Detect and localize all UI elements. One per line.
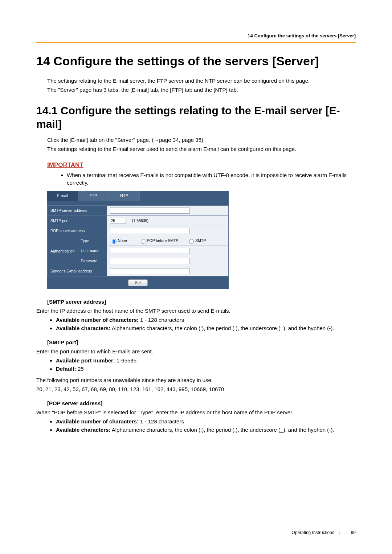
label-smtp-port: SMTP port	[48, 216, 107, 226]
tab-ntp[interactable]: NTP	[109, 191, 140, 201]
radio-none[interactable]	[112, 239, 117, 244]
smtp-addr-b2-rest: Alphanumeric characters, the colon (:), …	[110, 325, 334, 331]
password-input[interactable]	[110, 258, 190, 264]
sender-address-input[interactable]	[110, 268, 190, 274]
label-auth-type: Type	[78, 236, 107, 246]
smtp-port-followup-1: The following port numbers are unavailab…	[36, 376, 356, 384]
smtp-addr-b1-rest: 1 - 128 characters	[139, 317, 184, 323]
radio-smtp-label[interactable]: SMTP	[187, 238, 206, 243]
chapter-title: 14 Configure the settings of the servers…	[36, 53, 356, 69]
smtp-port-b1-rest: 1-65535	[115, 357, 136, 364]
smtp-port-b2-rest: 25	[76, 366, 84, 372]
cell-username	[107, 246, 228, 256]
smtp-addr-bullet-2: Available characters: Alphanumeric chara…	[56, 324, 356, 332]
config-screenshot: E-mail FTP NTP SMTP server address SMTP …	[47, 191, 229, 289]
running-header: 14 Configure the settings of the servers…	[36, 33, 356, 43]
radio-none-label[interactable]: None	[110, 238, 127, 243]
pop-addr-b2-label: Available characters:	[56, 427, 110, 433]
cell-pop-address	[107, 226, 228, 236]
footer-separator	[339, 531, 339, 535]
set-button-row: Set	[47, 276, 229, 289]
smtp-address-input[interactable]	[110, 208, 190, 214]
footer-label: Operating Instructions	[292, 530, 334, 535]
cell-smtp-address	[107, 205, 228, 216]
tab-filler	[140, 191, 229, 201]
list-smtp-address: Available number of characters: 1 - 128 …	[36, 316, 356, 332]
cell-sender-address	[107, 266, 228, 276]
label-sender-address: Sender's E-mail address	[48, 266, 107, 276]
cell-password	[107, 256, 228, 266]
pop-addr-b1-rest: 1 - 128 characters	[139, 418, 184, 424]
important-label: IMPORTANT	[47, 161, 356, 169]
footer-page-number: 99	[351, 530, 356, 535]
set-button[interactable]: Set	[128, 279, 148, 286]
running-head-text: 14 Configure the settings of the servers…	[248, 33, 356, 38]
smtp-port-bullet-2: Default: 25	[56, 365, 356, 373]
label-pop-address: POP server address	[48, 226, 107, 236]
radio-smtp-text: SMTP	[195, 238, 206, 243]
section-title: 14.1 Configure the settings relating to …	[36, 104, 356, 131]
desc-pop-address: When "POP before SMTP" is selected for "…	[36, 409, 356, 416]
radio-pop-label[interactable]: POP before SMTP	[139, 238, 179, 243]
smtp-port-range: (1-65535)	[132, 218, 148, 223]
radio-none-text: None	[118, 238, 127, 243]
config-form-table: SMTP server address SMTP port (1-65535) …	[47, 205, 229, 276]
intro-line-1: The settings relating to the E-mail serv…	[47, 77, 356, 85]
radio-pop[interactable]	[141, 239, 146, 244]
desc-smtp-port: Enter the port number to which E-mails a…	[36, 348, 356, 355]
pop-addr-bullet-1: Available number of characters: 1 - 128 …	[56, 418, 356, 425]
chapter-intro: The settings relating to the E-mail serv…	[47, 77, 356, 94]
section-desc-line: The settings relating to the E-mail serv…	[47, 145, 356, 153]
smtp-port-followup-2: 20, 21, 23, 42, 53, 67, 68, 69, 80, 110,…	[36, 385, 356, 393]
smtp-addr-b1-label: Available number of characters:	[56, 317, 139, 323]
label-username: User name	[78, 246, 107, 256]
tab-bar: E-mail FTP NTP	[47, 191, 229, 201]
smtp-addr-bullet-1: Available number of characters: 1 - 128 …	[56, 316, 356, 324]
cell-auth-type: None POP before SMTP SMTP	[107, 236, 228, 246]
pop-addr-b2-rest: Alphanumeric characters, the colon (:), …	[110, 427, 334, 433]
list-smtp-port: Available port number: 1-65535 Default: …	[36, 357, 356, 373]
smtp-port-bullet-1: Available port number: 1-65535	[56, 357, 356, 364]
section-click-line: Click the [E-mail] tab on the "Server" p…	[47, 136, 356, 144]
intro-line-2: The "Server" page has 3 tabs; the [E-mai…	[47, 86, 356, 94]
label-authentication: Authentication	[48, 236, 78, 266]
important-item: When a terminal that receives E-mails is…	[67, 171, 356, 186]
pop-address-input[interactable]	[110, 228, 190, 234]
list-pop-address: Available number of characters: 1 - 128 …	[36, 418, 356, 434]
page-footer: Operating Instructions 99	[292, 530, 356, 536]
smtp-addr-b2-label: Available characters:	[56, 325, 110, 331]
heading-smtp-address: [SMTP server address]	[47, 298, 356, 305]
tab-email[interactable]: E-mail	[47, 191, 78, 201]
label-password: Password	[78, 256, 107, 266]
cell-smtp-port: (1-65535)	[107, 216, 228, 226]
smtp-port-b2-label: Default:	[56, 366, 76, 372]
username-input[interactable]	[110, 248, 190, 254]
radio-pop-text: POP before SMTP	[147, 238, 179, 243]
important-list: When a terminal that receives E-mails is…	[47, 171, 356, 186]
desc-smtp-address: Enter the IP address or the host name of…	[36, 307, 356, 315]
pop-addr-b1-label: Available number of characters:	[56, 418, 139, 424]
radio-smtp[interactable]	[189, 239, 194, 244]
document-page: 14 Configure the settings of the servers…	[0, 0, 392, 554]
section-intro: Click the [E-mail] tab on the "Server" p…	[47, 136, 356, 187]
pop-addr-bullet-2: Available characters: Alphanumeric chara…	[56, 426, 356, 434]
smtp-port-b1-label: Available port number:	[56, 357, 115, 364]
heading-smtp-port: [SMTP port]	[47, 338, 356, 346]
smtp-port-input[interactable]	[110, 218, 126, 224]
heading-pop-address: [POP server address]	[47, 399, 356, 407]
tab-ftp[interactable]: FTP	[78, 191, 109, 201]
label-smtp-address: SMTP server address	[48, 205, 107, 216]
tab-spacer	[47, 201, 229, 205]
